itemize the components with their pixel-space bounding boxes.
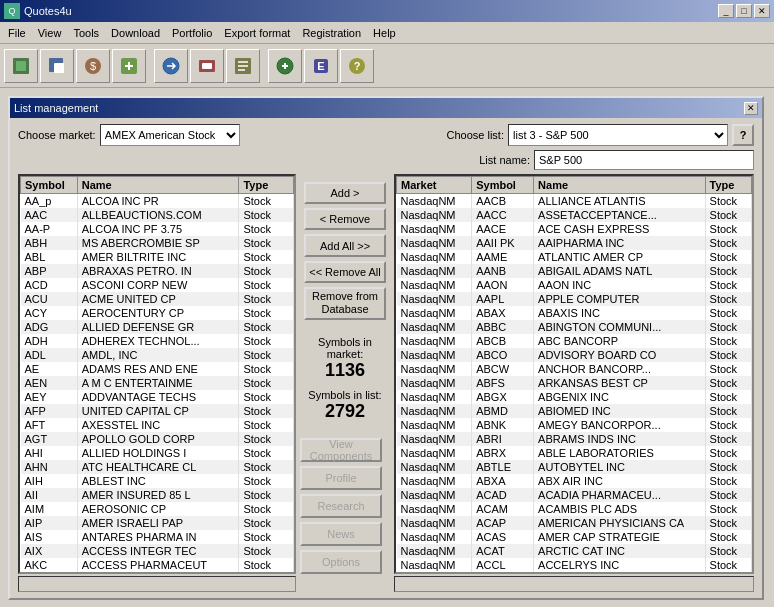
menu-help[interactable]: Help: [367, 25, 402, 41]
right-table-row[interactable]: NasdaqNMABXAABX AIR INCStock: [397, 474, 752, 488]
left-table-row[interactable]: AEADAMS RES AND ENEStock: [21, 362, 294, 376]
close-button[interactable]: ✕: [754, 4, 770, 18]
left-table-row[interactable]: AFPUNITED CAPITAL CPStock: [21, 404, 294, 418]
right-table-row[interactable]: NasdaqNMAAPLAPPLE COMPUTERStock: [397, 292, 752, 306]
maximize-button[interactable]: □: [736, 4, 752, 18]
right-table-row[interactable]: NasdaqNMAACCASSETACCEPTANCE...Stock: [397, 208, 752, 222]
view-components-button[interactable]: View Components: [300, 438, 382, 462]
menu-registration[interactable]: Registration: [296, 25, 367, 41]
right-table-row[interactable]: NasdaqNMABFSARKANSAS BEST CPStock: [397, 376, 752, 390]
left-table-row[interactable]: ABHMS ABERCROMBIE SPStock: [21, 236, 294, 250]
right-table-row[interactable]: NasdaqNMABCWANCHOR BANCORP...Stock: [397, 362, 752, 376]
left-table-row[interactable]: AKNAKORN INC.Stock: [21, 572, 294, 574]
dialog-close-button[interactable]: ✕: [744, 102, 758, 115]
right-table-row[interactable]: NasdaqNMABTLEAUTOBYTEL INCStock: [397, 460, 752, 474]
right-table-row[interactable]: NasdaqNMABRXABLE LABORATORIESStock: [397, 446, 752, 460]
toolbar-btn-8[interactable]: [268, 49, 302, 83]
left-table-row[interactable]: AA_pALCOA INC PRStock: [21, 194, 294, 209]
right-table-row[interactable]: NasdaqNMAANBABIGAIL ADAMS NATLStock: [397, 264, 752, 278]
right-table-row[interactable]: NasdaqNMACASAMER CAP STRATEGIEStock: [397, 530, 752, 544]
right-table-row[interactable]: NasdaqNMACAPAMERICAN PHYSICIANS CAStock: [397, 516, 752, 530]
left-table-row[interactable]: AISANTARES PHARMA INStock: [21, 530, 294, 544]
list-select[interactable]: list 3 - S&P 500 list 3 - S&P 500list 1l…: [508, 124, 728, 146]
toolbar-btn-7[interactable]: [226, 49, 260, 83]
right-table-row[interactable]: NasdaqNMABBCABINGTON COMMUNI...Stock: [397, 320, 752, 334]
left-table-row[interactable]: AFTAXESSTEL INCStock: [21, 418, 294, 432]
add-all-button[interactable]: Add All >>: [304, 234, 386, 256]
profile-button[interactable]: Profile: [300, 466, 382, 490]
right-table-row[interactable]: NasdaqNMACADACADIA PHARMACEU...Stock: [397, 488, 752, 502]
menu-portfolio[interactable]: Portfolio: [166, 25, 218, 41]
left-table-row[interactable]: ACDASCONI CORP NEWStock: [21, 278, 294, 292]
left-table-row[interactable]: AACALLBEAUCTIONS.COMStock: [21, 208, 294, 222]
list-name-input[interactable]: [534, 150, 754, 170]
right-table-row[interactable]: NasdaqNMACDOACCREDO HEALTH INCStock: [397, 572, 752, 574]
toolbar: $ E ?: [0, 44, 774, 88]
menu-view[interactable]: View: [32, 25, 68, 41]
left-table-row[interactable]: ACYAEROCENTURY CPStock: [21, 306, 294, 320]
remove-all-button[interactable]: << Remove All: [304, 261, 386, 283]
toolbar-btn-3[interactable]: $: [76, 49, 110, 83]
left-table-row[interactable]: AHNATC HEALTHCARE CLStock: [21, 460, 294, 474]
remove-button[interactable]: < Remove: [304, 208, 386, 230]
right-table-row[interactable]: NasdaqNMACAMACAMBIS PLC ADSStock: [397, 502, 752, 516]
menu-export-format[interactable]: Export format: [218, 25, 296, 41]
right-table-row[interactable]: NasdaqNMABNKAMEGY BANCORPOR...Stock: [397, 418, 752, 432]
right-table-row[interactable]: NasdaqNMABCBABC BANCORPStock: [397, 334, 752, 348]
choose-market-label: Choose market:: [18, 129, 96, 141]
left-table-row[interactable]: AKCACCESS PHARMACEUTStock: [21, 558, 294, 572]
title-bar: Q Quotes4u _ □ ✕: [0, 0, 774, 22]
symbols-in-market-label: Symbols in market:: [300, 336, 390, 360]
menu-tools[interactable]: Tools: [67, 25, 105, 41]
right-table-row[interactable]: NasdaqNMACATARCTIC CAT INCStock: [397, 544, 752, 558]
research-button[interactable]: Research: [300, 494, 382, 518]
add-button[interactable]: Add >: [304, 182, 386, 204]
options-button[interactable]: Options: [300, 550, 382, 574]
right-table-row[interactable]: NasdaqNMAACBALLIANCE ATLANTISStock: [397, 194, 752, 209]
right-table-row[interactable]: NasdaqNMAAONAAON INCStock: [397, 278, 752, 292]
right-table-row[interactable]: NasdaqNMAAII PKAAIPHARMA INCStock: [397, 236, 752, 250]
help-button[interactable]: ?: [732, 124, 754, 146]
right-table-row[interactable]: NasdaqNMABCOADVISORY BOARD COStock: [397, 348, 752, 362]
right-table-row[interactable]: NasdaqNMABRIABRAMS INDS INCStock: [397, 432, 752, 446]
toolbar-btn-1[interactable]: [4, 49, 38, 83]
left-table-row[interactable]: ACUACME UNITED CPStock: [21, 292, 294, 306]
left-table-row[interactable]: AIIAMER INSURED 85 LStock: [21, 488, 294, 502]
left-table-row[interactable]: ABLAMER BILTRITE INCStock: [21, 250, 294, 264]
left-table-row[interactable]: ABPABRAXAS PETRO. INStock: [21, 264, 294, 278]
toolbar-btn-10[interactable]: ?: [340, 49, 374, 83]
left-col-symbol: Symbol: [21, 177, 78, 194]
menu-download[interactable]: Download: [105, 25, 166, 41]
news-button[interactable]: News: [300, 522, 382, 546]
toolbar-btn-6[interactable]: [190, 49, 224, 83]
toolbar-btn-2[interactable]: [40, 49, 74, 83]
left-table-row[interactable]: AGTAPOLLO GOLD CORPStock: [21, 432, 294, 446]
right-table-row[interactable]: NasdaqNMABGXABGENIX INCStock: [397, 390, 752, 404]
svg-text:E: E: [317, 60, 324, 72]
toolbar-btn-5[interactable]: [154, 49, 188, 83]
minimize-button[interactable]: _: [718, 4, 734, 18]
left-table-row[interactable]: AIMAEROSONIC CPStock: [21, 502, 294, 516]
left-table-panel[interactable]: Symbol Name Type AA_pALCOA INC PRStockAA…: [18, 174, 296, 574]
market-select[interactable]: AMEX American Stock AMEX American StockN…: [100, 124, 240, 146]
right-table-row[interactable]: NasdaqNMAAMEATLANTIC AMER CPStock: [397, 250, 752, 264]
left-table-row[interactable]: AEYADDVANTAGE TECHSStock: [21, 390, 294, 404]
right-table-row[interactable]: NasdaqNMACCLACCELRYS INCStock: [397, 558, 752, 572]
right-table-panel[interactable]: Market Symbol Name Type NasdaqNMAACBALLI…: [394, 174, 754, 574]
left-table-row[interactable]: AENA M C ENTERTAINMEStock: [21, 376, 294, 390]
menu-file[interactable]: File: [2, 25, 32, 41]
right-table-row[interactable]: NasdaqNMABMDABIOMED INCStock: [397, 404, 752, 418]
toolbar-btn-9[interactable]: E: [304, 49, 338, 83]
toolbar-btn-4[interactable]: [112, 49, 146, 83]
left-table-row[interactable]: AIPAMER ISRAELI PAPStock: [21, 516, 294, 530]
remove-from-db-button[interactable]: Remove from Database: [304, 287, 386, 320]
left-table-row[interactable]: AHIALLIED HOLDINGS IStock: [21, 446, 294, 460]
left-table-row[interactable]: AA-PALCOA INC PF 3.75Stock: [21, 222, 294, 236]
left-table-row[interactable]: ADLAMDL, INCStock: [21, 348, 294, 362]
left-table-row[interactable]: ADHADHEREX TECHNOL...Stock: [21, 334, 294, 348]
left-table-row[interactable]: ADGALLIED DEFENSE GRStock: [21, 320, 294, 334]
left-table-row[interactable]: AIXACCESS INTEGR TECStock: [21, 544, 294, 558]
left-table-row[interactable]: AIHABLEST INCStock: [21, 474, 294, 488]
right-table-row[interactable]: NasdaqNMABAXABAXIS INCStock: [397, 306, 752, 320]
right-table-row[interactable]: NasdaqNMAACEACE CASH EXPRESSStock: [397, 222, 752, 236]
